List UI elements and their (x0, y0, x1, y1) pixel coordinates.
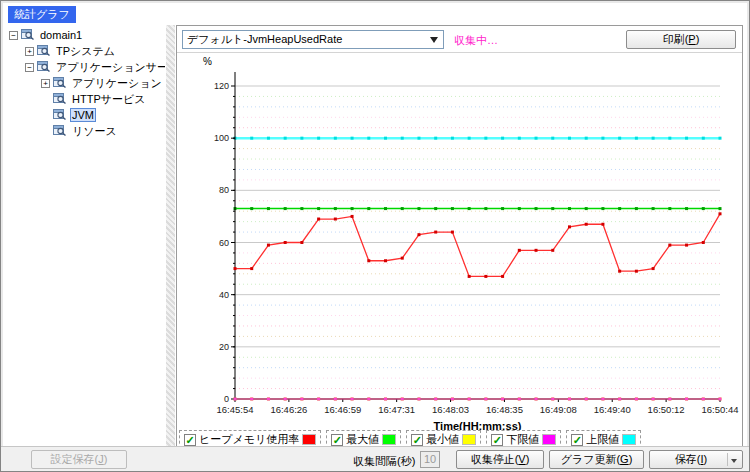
expand-icon[interactable]: + (25, 47, 34, 56)
legend-color-swatch (302, 434, 316, 445)
legend-checkbox[interactable]: ✓ (331, 434, 343, 446)
legend-color-swatch (542, 434, 556, 445)
tree-item-label: HTTPサービス (70, 92, 148, 107)
save-split-button[interactable]: 保存(I) (649, 450, 743, 469)
svg-text:16:49:40: 16:49:40 (594, 404, 631, 415)
graph-node-icon (53, 108, 67, 122)
tree-item-label: JVM (70, 108, 96, 122)
tree-item-[interactable]: +アプリケーション (7, 75, 165, 91)
statistics-graph-window: 統計グラフ −domain1+TPシステム−アプリケーションサーバ+アプリケーシ… (0, 0, 750, 472)
tree-item-http[interactable]: HTTPサービス (7, 91, 165, 107)
graph-select-value: デフォルト-JvmHeapUsedRate (187, 33, 342, 45)
svg-text:100: 100 (214, 133, 229, 143)
tree-item-label: TPシステム (54, 44, 117, 59)
save-button-divider (727, 453, 728, 466)
svg-text:20: 20 (219, 342, 229, 352)
graph-node-icon (53, 124, 67, 138)
stop-collection-button[interactable]: 収集停止(V) (456, 450, 544, 469)
graph-node-icon (53, 92, 67, 106)
graph-panel: デフォルト-JvmHeapUsedRate 収集中… 印刷(P) 0204060… (176, 25, 743, 447)
collection-interval-input[interactable]: 10 (420, 451, 440, 468)
svg-text:16:47:31: 16:47:31 (378, 404, 415, 415)
refresh-graph-button[interactable]: グラフ更新(G) (549, 450, 644, 469)
svg-text:16:46:59: 16:46:59 (324, 404, 361, 415)
tree-item-[interactable]: リソース (7, 123, 165, 139)
legend-color-swatch (462, 434, 476, 445)
chevron-down-icon (430, 37, 438, 43)
svg-text:16:46:26: 16:46:26 (270, 404, 307, 415)
settings-save-button[interactable]: 設定保存(J) (31, 450, 127, 469)
graph-node-icon (37, 44, 51, 58)
svg-text:16:48:03: 16:48:03 (432, 404, 469, 415)
collapse-icon[interactable]: − (9, 31, 18, 40)
svg-text:40: 40 (219, 290, 229, 300)
graph-select-dropdown[interactable]: デフォルト-JvmHeapUsedRate (182, 30, 444, 49)
legend-checkbox[interactable]: ✓ (571, 434, 583, 446)
collection-interval-label: 収集間隔(秒) (353, 454, 415, 469)
footer-bar: 設定保存(J) 収集間隔(秒) 10 収集停止(V) グラフ更新(G) 保存(I… (1, 446, 750, 471)
svg-text:16:45:54: 16:45:54 (217, 404, 254, 415)
tab-statistics-graph[interactable]: 統計グラフ (8, 6, 76, 23)
legend-label: ヒープメモリ使用率 (199, 432, 299, 447)
svg-text:16:50:12: 16:50:12 (648, 404, 685, 415)
svg-text:%: % (203, 56, 212, 67)
legend-label: 最小値 (426, 432, 459, 447)
svg-text:60: 60 (219, 238, 229, 248)
heap-used-rate-chart: 02040608010012016:45:5416:46:2616:46:591… (177, 53, 742, 430)
tree-item-jvm[interactable]: JVM (7, 107, 165, 123)
graph-node-icon (21, 28, 35, 42)
panel-splitter[interactable] (166, 25, 175, 446)
tree-item-label: リソース (70, 124, 119, 139)
legend-label: 下限値 (506, 432, 539, 447)
legend-color-swatch (382, 434, 396, 445)
tree-item-label: domain1 (38, 29, 84, 41)
legend-checkbox[interactable]: ✓ (184, 434, 196, 446)
graph-node-icon (53, 76, 67, 90)
svg-text:Time(HH:mm:ss): Time(HH:mm:ss) (434, 420, 522, 430)
svg-text:80: 80 (219, 185, 229, 195)
svg-text:16:49:08: 16:49:08 (540, 404, 577, 415)
tree-item-[interactable]: −アプリケーションサーバ (7, 59, 165, 75)
expand-icon[interactable]: + (41, 79, 50, 88)
tree-item-label: アプリケーションサーバ (54, 60, 165, 75)
tree-item-label: アプリケーション (70, 76, 164, 91)
print-button[interactable]: 印刷(P) (626, 30, 736, 49)
legend-checkbox[interactable]: ✓ (411, 434, 423, 446)
graph-node-icon (37, 60, 51, 74)
svg-text:16:48:35: 16:48:35 (486, 404, 523, 415)
legend-checkbox[interactable]: ✓ (491, 434, 503, 446)
save-button-label: 保存(I) (675, 453, 707, 465)
collapse-icon[interactable]: − (25, 63, 34, 72)
legend-label: 上限値 (586, 432, 619, 447)
svg-text:0: 0 (224, 394, 229, 404)
domain-tree: −domain1+TPシステム−アプリケーションサーバ+アプリケーションHTTP… (7, 27, 165, 445)
legend-label: 最大値 (346, 432, 379, 447)
svg-text:120: 120 (214, 81, 229, 91)
svg-text:16:50:44: 16:50:44 (702, 404, 739, 415)
save-menu-caret-icon[interactable] (731, 459, 737, 463)
tree-item-tp[interactable]: +TPシステム (7, 43, 165, 59)
collection-status-text: 収集中… (454, 33, 498, 48)
tree-item-domain1[interactable]: −domain1 (7, 27, 165, 43)
legend-color-swatch (622, 434, 636, 445)
